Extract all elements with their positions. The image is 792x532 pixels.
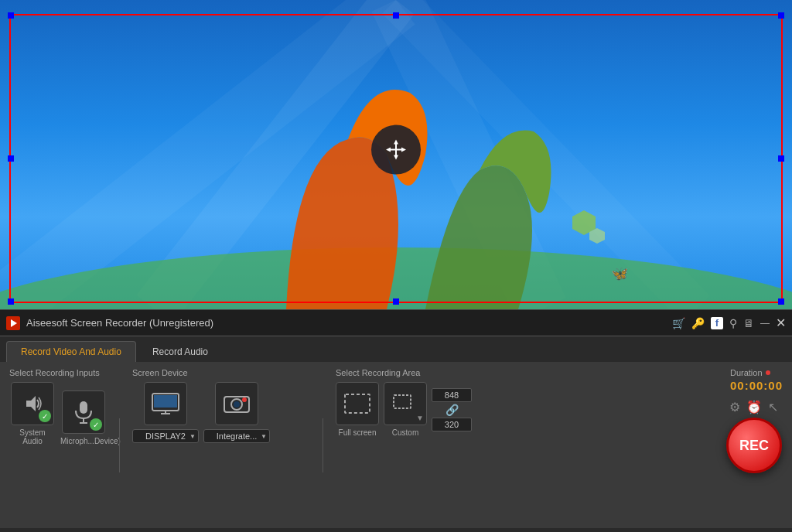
- duration-dot: [766, 370, 770, 375]
- facebook-icon[interactable]: f: [711, 317, 723, 329]
- camera-button[interactable]: Integrate... None ▼: [203, 382, 270, 443]
- svg-text:🦋: 🦋: [611, 265, 629, 282]
- custom-icon-box: ▼: [384, 382, 427, 425]
- camera-icon-box: [215, 382, 258, 425]
- right-group: Duration 00:00:00 ⚙ ⏰ ↖ REC: [725, 368, 783, 473]
- monitor-bar-icon[interactable]: 🖥: [743, 317, 754, 329]
- svg-line-4: [396, 0, 696, 309]
- svg-marker-6: [572, 210, 596, 235]
- system-audio-check: ✓: [39, 410, 51, 422]
- tab-video-audio[interactable]: Record Video And Audio: [6, 341, 136, 362]
- title-bar: Aiseesoft Screen Recorder (Unregistered)…: [0, 310, 792, 336]
- display-dropdown-wrapper[interactable]: DISPLAY2 DISPLAY1 ▼: [132, 428, 199, 443]
- svg-line-2: [155, 0, 396, 309]
- recording-inputs-label: Select Recording Inputs: [9, 368, 107, 377]
- width-input[interactable]: [432, 388, 472, 402]
- fullscreen-button[interactable]: Full screen: [336, 382, 379, 437]
- handle-top-left[interactable]: [8, 12, 14, 19]
- custom-label: Custom: [392, 428, 418, 437]
- svg-point-23: [242, 397, 247, 402]
- microphone-icon-box: ✓: [62, 390, 105, 434]
- recording-area-section: Select Recording Area Full screen: [336, 368, 716, 437]
- handle-middle-right[interactable]: [778, 155, 784, 162]
- dimension-section: 🔗: [432, 388, 472, 431]
- recording-inputs-section: Select Recording Inputs ✓: [9, 368, 107, 445]
- height-input[interactable]: [432, 418, 472, 431]
- svg-marker-9: [386, 140, 406, 160]
- svg-point-5: [0, 247, 792, 309]
- camera-dropdown-wrapper[interactable]: Integrate... None ▼: [203, 428, 270, 443]
- duration-label: Duration: [730, 368, 763, 377]
- settings-icon[interactable]: ⚙: [729, 400, 740, 414]
- microphone-check: ✓: [90, 418, 102, 431]
- svg-rect-17: [154, 395, 177, 408]
- camera-select[interactable]: Integrate... None: [203, 429, 270, 443]
- handle-top-center[interactable]: [393, 12, 399, 19]
- duration-label-row: Duration: [730, 368, 770, 377]
- fullscreen-icon-box: [336, 382, 379, 425]
- system-audio-button[interactable]: ✓ System Audio: [9, 382, 56, 445]
- search-icon[interactable]: ⚲: [729, 317, 737, 329]
- tab-bar: Record Video And Audio Record Audio: [0, 336, 792, 362]
- app-title: Aiseesoft Screen Recorder (Unregistered): [26, 317, 672, 329]
- handle-top-right[interactable]: [778, 12, 784, 19]
- custom-area-button[interactable]: ▼ Custom: [384, 382, 427, 437]
- fullscreen-label: Full screen: [339, 428, 377, 437]
- custom-dropdown-arrow: ▼: [416, 414, 424, 422]
- app-logo: [6, 316, 20, 330]
- system-audio-icon-box: ✓: [11, 382, 54, 425]
- screen-device-controls: DISPLAY2 DISPLAY1 ▼: [132, 382, 310, 443]
- microphone-button[interactable]: ✓ Microph...Device): [60, 390, 107, 445]
- rec-button[interactable]: REC: [726, 418, 782, 473]
- handle-bottom-center[interactable]: [393, 298, 399, 305]
- lock-icon[interactable]: 🔗: [432, 404, 472, 416]
- display-icon-box: [144, 382, 187, 425]
- display-select[interactable]: DISPLAY2 DISPLAY1: [132, 429, 199, 443]
- minimize-button[interactable]: —: [760, 318, 770, 329]
- divider-2: [323, 418, 323, 472]
- svg-line-1: [0, 0, 396, 309]
- app-window: Aiseesoft Screen Recorder (Unregistered)…: [0, 309, 792, 532]
- svg-point-22: [234, 401, 240, 408]
- width-row: [432, 388, 472, 402]
- svg-marker-12: [26, 396, 36, 411]
- svg-marker-7: [589, 228, 605, 244]
- divider-1: [119, 418, 120, 472]
- close-button[interactable]: ✕: [776, 315, 786, 330]
- recording-area-label: Select Recording Area: [336, 368, 716, 377]
- system-audio-label: System Audio: [9, 428, 56, 445]
- move-cursor[interactable]: [371, 125, 421, 175]
- controls-row: Select Recording Inputs ✓: [9, 368, 783, 522]
- handle-middle-left[interactable]: [8, 155, 14, 162]
- tab-audio[interactable]: Record Audio: [138, 341, 223, 362]
- duration-section: Duration 00:00:00: [730, 368, 783, 392]
- display-button[interactable]: DISPLAY2 DISPLAY1 ▼: [132, 382, 199, 443]
- timer-icon[interactable]: ⏰: [746, 400, 762, 414]
- screen-device-section: Screen Device: [132, 368, 310, 443]
- recording-inputs-controls: ✓ System Audio: [9, 382, 107, 445]
- svg-rect-24: [345, 394, 370, 413]
- desktop-preview: 🦋: [0, 0, 792, 309]
- screen-device-label: Screen Device: [132, 368, 310, 377]
- bottom-icons: ⚙ ⏰ ↖: [729, 400, 778, 414]
- handle-bottom-left[interactable]: [8, 298, 14, 305]
- cursor-icon[interactable]: ↖: [768, 400, 778, 414]
- cart-icon[interactable]: 🛒: [672, 317, 685, 329]
- key-icon[interactable]: 🔑: [691, 317, 705, 329]
- duration-time: 00:00:00: [730, 379, 783, 392]
- microphone-label: Microph...Device): [60, 437, 107, 445]
- area-buttons: Full screen ▼ Custom: [336, 382, 716, 437]
- height-row: [432, 418, 472, 431]
- handle-bottom-right[interactable]: [778, 298, 784, 305]
- main-content: Select Recording Inputs ✓: [0, 362, 792, 528]
- svg-rect-13: [80, 401, 87, 414]
- titlebar-actions: 🛒 🔑 f ⚲ 🖥 — ✕: [672, 315, 786, 330]
- svg-rect-25: [394, 395, 411, 408]
